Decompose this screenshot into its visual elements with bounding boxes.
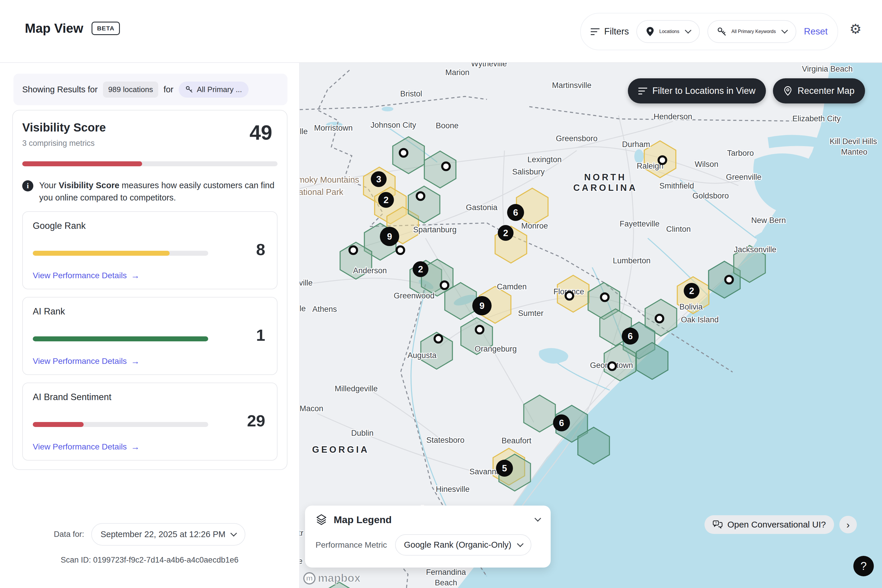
map-canvas[interactable]: t Smoky MountainsNational ParkWytheville… xyxy=(300,63,882,588)
cluster-badge[interactable]: 3 xyxy=(371,171,387,187)
keywords-chip[interactable]: All Primary ... xyxy=(179,81,249,98)
visibility-score-value: 49 xyxy=(249,121,272,144)
cluster-badge[interactable]: 2 xyxy=(498,225,514,241)
help-button[interactable]: ? xyxy=(853,556,874,576)
visibility-title: Visibility Score xyxy=(22,121,106,134)
location-marker[interactable] xyxy=(350,246,357,254)
reset-button[interactable]: Reset xyxy=(804,26,828,37)
map-hex[interactable] xyxy=(524,395,555,432)
cluster-badge[interactable]: 6 xyxy=(553,414,570,431)
locations-count-chip[interactable]: 989 locations xyxy=(103,81,158,98)
visibility-score-card: Visibility Score 3 comprising metrics 49… xyxy=(12,110,287,470)
location-marker[interactable] xyxy=(442,162,450,170)
city-label: Fernandina xyxy=(426,568,466,577)
scan-date-dropdown[interactable]: September 22, 2025 at 12:26 PM xyxy=(91,523,245,546)
view-performance-details-link[interactable]: View Performance Details→ xyxy=(33,442,267,452)
park-label: t Smoky Mountains xyxy=(300,175,359,184)
cluster-badge[interactable]: 2 xyxy=(413,261,428,277)
city-label: tr xyxy=(300,529,303,537)
filter-to-locations-button[interactable]: Filter to Locations in View xyxy=(628,78,766,104)
city-label: Spartanburg xyxy=(413,225,457,234)
state-label: CAROLINA xyxy=(573,183,637,193)
location-marker[interactable] xyxy=(608,362,616,370)
city-label: Smithfield xyxy=(660,182,694,190)
filters-label: Filters xyxy=(604,26,629,37)
filter-icon xyxy=(591,26,600,37)
city-label: Salisbury xyxy=(512,168,545,176)
location-marker[interactable] xyxy=(397,246,404,254)
chevron-down-icon[interactable] xyxy=(535,515,541,522)
svg-text:2: 2 xyxy=(503,228,508,238)
open-conversational-ui-button[interactable]: ? Open Conversational UI? xyxy=(705,515,834,534)
city-label: Lexington xyxy=(527,155,562,164)
park-label: National Park xyxy=(300,188,344,196)
cluster-badge[interactable]: 5 xyxy=(496,460,513,477)
filters-button[interactable]: Filters xyxy=(591,26,629,37)
chevron-down-icon xyxy=(781,27,788,34)
city-label: Fayetteville xyxy=(620,219,660,228)
location-marker[interactable] xyxy=(601,293,609,301)
svg-text:5: 5 xyxy=(502,463,507,474)
sound-water xyxy=(768,135,825,148)
city-label: Bolivia xyxy=(679,303,703,311)
svg-text:?: ? xyxy=(715,521,717,525)
city-label: Greenwood xyxy=(394,291,434,300)
location-pin-icon xyxy=(646,27,655,36)
city-label: Sumter xyxy=(518,309,543,318)
state-label: NORTH xyxy=(584,172,627,182)
location-marker[interactable] xyxy=(441,281,448,289)
location-marker[interactable] xyxy=(417,192,424,200)
metric-value: 8 xyxy=(256,240,265,259)
city-label: Anderson xyxy=(353,266,387,275)
location-marker[interactable] xyxy=(566,292,573,300)
locations-dropdown[interactable]: Locations xyxy=(636,20,700,43)
performance-metric-dropdown[interactable]: Google Rank (Organic-Only) xyxy=(395,534,531,555)
view-performance-details-link[interactable]: View Performance Details→ xyxy=(33,356,267,366)
city-label: Durham xyxy=(622,140,650,149)
city-label: Macon xyxy=(300,404,323,413)
cluster-badge[interactable]: 2 xyxy=(378,192,394,208)
city-label: Wilson xyxy=(694,160,718,169)
location-marker[interactable] xyxy=(476,326,484,333)
top-header: Map View BETA Filters Locations xyxy=(0,0,882,63)
locations-label: Locations xyxy=(659,29,679,34)
recenter-map-button[interactable]: Recenter Map xyxy=(773,78,865,104)
city-label: sville xyxy=(300,279,313,287)
svg-text:9: 9 xyxy=(387,231,392,242)
svg-text:3: 3 xyxy=(376,174,381,184)
location-marker[interactable] xyxy=(656,315,663,322)
city-label: ille xyxy=(300,304,306,313)
settings-gear-icon[interactable]: ⚙ xyxy=(849,22,861,36)
svg-text:9: 9 xyxy=(479,301,484,311)
metric-bar-fill-2 xyxy=(33,422,84,427)
location-marker[interactable] xyxy=(725,276,733,284)
cluster-badge[interactable]: 2 xyxy=(684,283,700,298)
state-label: GEORGIA xyxy=(312,444,369,455)
keywords-dropdown[interactable]: All Primary Keywords xyxy=(708,20,796,43)
cluster-badge[interactable]: 6 xyxy=(622,328,639,345)
key-icon xyxy=(185,86,193,93)
cluster-badge[interactable]: 9 xyxy=(472,296,491,315)
cluster-badge[interactable]: 6 xyxy=(507,204,524,221)
left-sidebar: Showing Results for 989 locations for Al… xyxy=(0,63,300,588)
header-controls: Filters Locations All Primary Keywords R… xyxy=(580,13,838,50)
map-hex[interactable] xyxy=(393,137,424,174)
chevron-right-button[interactable]: › xyxy=(839,516,857,533)
legend-title: Map Legend xyxy=(334,514,392,525)
city-label: Clinton xyxy=(666,225,691,234)
city-label: Elizabeth City xyxy=(792,114,841,123)
city-label: Boone xyxy=(436,121,458,130)
view-performance-details-link[interactable]: View Performance Details→ xyxy=(33,271,267,280)
svg-text:6: 6 xyxy=(513,207,518,218)
location-marker[interactable] xyxy=(658,156,666,164)
keywords-label: All Primary Keywords xyxy=(732,29,776,34)
performance-metric-label: Performance Metric xyxy=(316,540,387,550)
cluster-badge[interactable]: 9 xyxy=(380,227,399,246)
location-marker[interactable] xyxy=(400,149,407,157)
svg-text:2: 2 xyxy=(418,264,423,274)
location-marker[interactable] xyxy=(434,335,442,342)
keywords-chip-label: All Primary ... xyxy=(197,85,242,94)
metric-value: 1 xyxy=(256,326,265,345)
metric-name: Google Rank xyxy=(33,220,267,231)
map-hex[interactable] xyxy=(424,151,456,188)
